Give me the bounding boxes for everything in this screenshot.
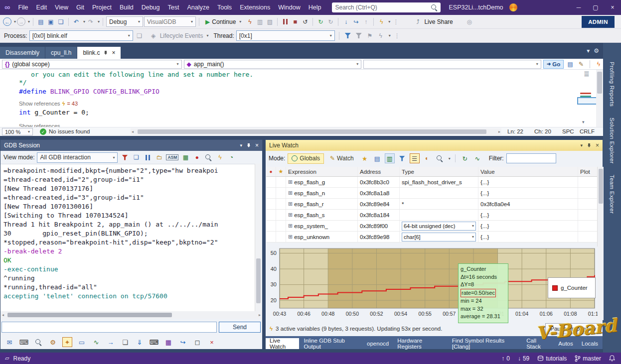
member-dropdown[interactable]: ◆app_main()▾ <box>184 60 362 69</box>
tab-find-symbol-results[interactable]: Find Symbol Results [Clang] <box>448 338 522 349</box>
table-row[interactable]: ⊞esp_unknown 0x3fc89e98 char[6]▾ {...} <box>266 232 597 243</box>
menu-help[interactable]: Help <box>305 4 325 11</box>
live-watch-title-bar[interactable]: Live Watch ▾ × <box>266 140 603 151</box>
menu-analyze[interactable]: Analyze <box>183 4 213 11</box>
menu-project[interactable]: Project <box>88 4 116 11</box>
feedback-icon[interactable]: ◎ <box>465 17 474 26</box>
tab-locals[interactable]: Locals <box>578 338 602 349</box>
gdb-command-input[interactable] <box>1 322 217 333</box>
break-all-icon[interactable] <box>281 17 290 26</box>
issues-status[interactable]: No issues found <box>49 128 90 134</box>
filter-icon[interactable] <box>343 31 352 40</box>
code-editor[interactable]: or you can edit the following line and s… <box>0 70 603 127</box>
codelens-live-value[interactable]: = 43 <box>67 101 78 107</box>
save-icon[interactable]: ▣ <box>46 17 55 26</box>
stop-debug-icon[interactable]: ■ <box>291 17 300 26</box>
lightning-icon[interactable]: ϟ <box>376 31 385 40</box>
repository-selector[interactable]: tutorials <box>537 355 567 362</box>
close-icon[interactable]: × <box>207 337 217 347</box>
send-button[interactable]: Send <box>219 322 261 333</box>
redo-icon[interactable]: ↷ <box>86 17 95 26</box>
scroll-right-icon[interactable]: ▸ <box>498 129 500 134</box>
chevron-down-icon[interactable]: ▾ <box>14 19 16 24</box>
scroll-left-icon[interactable]: ◂ <box>132 129 134 134</box>
gdb-console[interactable]: =breakpoint-modified,bkpt={number="2",ty… <box>0 164 255 311</box>
expand-icon[interactable]: ⊞ <box>288 179 293 185</box>
column-indicator[interactable]: Ch: 20 <box>534 128 551 134</box>
refresh-icon[interactable]: ↻ <box>326 17 335 26</box>
pin-icon[interactable] <box>103 50 108 55</box>
list-icon[interactable]: ☰ <box>410 153 420 163</box>
maximize-button[interactable]: ▢ <box>587 0 604 15</box>
filter-edit-icon[interactable] <box>397 153 407 163</box>
expand-icon[interactable]: ⊞ <box>288 190 293 196</box>
pinwheel-icon[interactable] <box>509 3 517 11</box>
column-address[interactable]: Address <box>358 167 400 176</box>
undo-icon[interactable]: ↶ <box>72 17 81 26</box>
mail-icon[interactable]: ✉ <box>4 337 14 347</box>
table-row[interactable]: ⊞esp_flash_n 0x3fc8a1a8 {...} <box>266 188 597 199</box>
keyboard-icon[interactable]: ⌨ <box>19 337 29 347</box>
menu-debug[interactable]: Debug <box>138 4 164 11</box>
expand-icon[interactable]: ⊞ <box>288 223 293 229</box>
window-position-icon[interactable]: ▾ <box>580 143 583 148</box>
tab-cpu-ll-h[interactable]: cpu_ll.h <box>45 47 77 59</box>
gear-icon[interactable]: ⚙ <box>594 47 599 54</box>
admin-button[interactable]: ADMIN <box>582 16 615 28</box>
tab-call-stack[interactable]: Call Stack <box>522 338 554 349</box>
tab-inline-gdb-stub-output[interactable]: Inline GDB Stub Output <box>300 338 362 349</box>
step-out-icon[interactable]: ↑ <box>361 17 370 26</box>
type-format-dropdown[interactable]: 64-bit unsigned (dec)▾ <box>402 222 476 231</box>
overflow-icon[interactable]: ⋮ <box>393 31 402 40</box>
eol-indicator[interactable]: CRLF <box>580 128 595 134</box>
pause-graph-button[interactable]: Pause graph view <box>545 323 601 334</box>
refresh-icon[interactable]: ↻ <box>460 153 470 163</box>
table-row[interactable]: ⊞esp_system_ 0x3fc89f00 64-bit unsigned … <box>266 221 597 232</box>
tab-live-watch[interactable]: Live Watch <box>266 338 299 349</box>
watch-vertical-scrollbar[interactable] <box>597 167 604 320</box>
watch-mode-button[interactable]: ✎Watch <box>326 153 357 164</box>
navigate-back-button[interactable]: ← <box>3 17 11 26</box>
platform-dropdown[interactable]: VisualGDB▾ <box>144 16 196 27</box>
close-tab-icon[interactable]: × <box>112 49 115 56</box>
search-box[interactable]: Search (Ctrl+Q) <box>332 2 441 12</box>
column-value[interactable]: Value <box>478 167 578 176</box>
layout-icon[interactable]: ▧ <box>265 17 274 26</box>
lightning-icon[interactable]: ϟ <box>215 153 224 162</box>
process-window-icon[interactable]: ❏ <box>135 31 144 40</box>
search-icon[interactable] <box>435 153 445 163</box>
close-button[interactable]: × <box>604 0 621 15</box>
save-all-icon[interactable]: ❏ <box>56 17 65 26</box>
minimize-button[interactable]: ─ <box>570 0 587 15</box>
filter-input[interactable] <box>506 153 556 163</box>
menu-git[interactable]: Git <box>72 4 88 11</box>
table-header[interactable]: ● ★ Expression Address Type Value Plot <box>266 167 597 177</box>
document-icon[interactable]: ▤ <box>372 153 382 163</box>
type-format-dropdown[interactable]: char[6]▾ <box>402 233 476 242</box>
expand-icon[interactable]: ⊞ <box>288 201 293 207</box>
table-row[interactable]: ⊞esp_flash_s 0x3fc8a184 {...} <box>266 210 597 221</box>
menu-view[interactable]: View <box>51 4 72 11</box>
lightning-icon[interactable]: ϟ <box>377 17 386 26</box>
new-file-icon[interactable]: ▤ <box>36 17 45 26</box>
zoom-dropdown[interactable]: 100 %▾ <box>2 128 33 135</box>
sidebar-tab-team-explorer[interactable]: Team Explorer <box>609 175 615 214</box>
tab-disassembly[interactable]: Disassembly <box>0 47 45 59</box>
sidebar-tab-solution-explorer[interactable]: Solution Explorer <box>609 118 615 164</box>
chart-icon[interactable]: ▥ <box>385 153 395 163</box>
git-incoming-commits[interactable]: ↓59 <box>518 355 529 362</box>
plot-icon[interactable]: ∿ <box>472 153 482 163</box>
tab-blink-c[interactable]: blink.c × <box>77 47 121 59</box>
pencil-icon[interactable]: ✎ <box>577 60 586 69</box>
git-outgoing-commits[interactable]: ↑0 <box>501 355 510 362</box>
gear-icon[interactable]: ⚙ <box>48 337 58 347</box>
search-icon[interactable] <box>33 337 43 347</box>
frame-icon[interactable]: ▥ <box>255 17 264 26</box>
menu-window[interactable]: Window <box>274 4 304 11</box>
live-plot[interactable]: 2030405000:4300:4600:4800:5000:5200:5400… <box>267 246 598 320</box>
menu-extensions[interactable]: Extensions <box>236 4 274 11</box>
redirect-icon[interactable]: ↪ <box>178 337 188 347</box>
step-over-icon[interactable]: ↪ <box>351 17 360 26</box>
menu-test[interactable]: Test <box>164 4 183 11</box>
column-expression[interactable]: Expression <box>286 167 358 176</box>
